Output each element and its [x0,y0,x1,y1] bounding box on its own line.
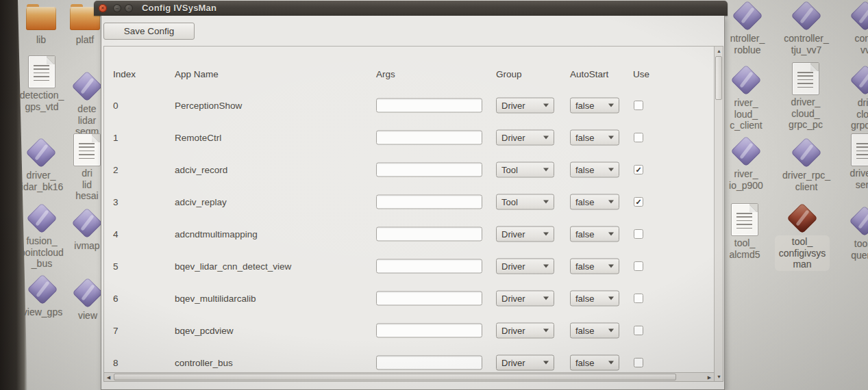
chevron-down-icon [543,200,549,203]
group-select[interactable]: Tool [496,161,554,177]
use-checkbox[interactable]: ✓ [634,197,643,207]
use-checkbox[interactable]: ✓ [634,165,643,174]
autostart-select[interactable]: false [570,354,619,370]
autostart-select[interactable]: false [570,194,619,209]
desktop-icon-label: ntroller_ roblue [730,33,765,55]
desktop-icon-label: view [78,310,97,322]
group-select[interactable]: Driver [496,129,554,145]
col-header-group: Group [496,69,522,79]
desktop-icon-label: controller_ tju_vv7 [784,33,828,55]
scroll-left-arrow[interactable]: ◀ [104,373,113,382]
save-config-button[interactable]: Save Config [103,23,195,40]
row-index: 3 [113,196,119,207]
args-input[interactable] [376,130,482,144]
close-button[interactable] [99,4,107,12]
chevron-down-icon [608,168,614,171]
table-row: 0 PerceptionShow Driver false [104,89,714,121]
args-input[interactable] [376,323,482,337]
app-diamond-icon [850,64,868,96]
group-select[interactable]: Driver [496,258,554,274]
row-index: 5 [113,261,119,271]
scroll-down-arrow[interactable]: ▼ [715,372,723,381]
use-checkbox[interactable] [634,101,643,110]
document-icon [792,62,819,95]
app-diamond-icon [732,0,763,31]
row-index: 8 [113,357,119,367]
args-input[interactable] [376,259,482,273]
chevron-down-icon [543,328,549,332]
args-input[interactable] [376,98,482,112]
chevron-down-icon [543,168,549,171]
use-checkbox[interactable] [634,133,643,142]
chevron-down-icon [608,264,614,268]
row-index: 1 [113,132,119,142]
row-app-name: RemoteCtrl [175,132,221,142]
row-app-name: controller_bus [175,357,233,367]
autostart-select[interactable]: false [570,258,619,274]
autostart-select[interactable]: false [570,290,619,306]
row-app-name: bqev_multilidarcalib [175,293,256,303]
row-app-name: bqev_lidar_cnn_detect_view [175,261,291,271]
args-input[interactable] [376,291,482,305]
autostart-select[interactable]: false [570,97,619,113]
group-select[interactable]: Driver [496,354,554,370]
desktop-icon[interactable]: driver_ serv [827,134,868,190]
chevron-down-icon [608,328,614,332]
row-index: 7 [113,325,119,335]
chevron-down-icon [608,361,614,364]
maximize-button[interactable] [125,4,133,12]
desktop-icon[interactable]: driv clou grpc_s [828,64,868,131]
chevron-down-icon [608,103,614,107]
col-header-index: Index [113,69,136,79]
desktop-icon-label: tool_ queryr [851,238,868,261]
app-diamond-red-icon [786,203,818,234]
autostart-select[interactable]: false [570,129,619,145]
desktop-icon[interactable]: contr vv [828,0,868,55]
row-index: 2 [113,164,119,174]
desktop-icon-label: tool_ alcmd5 [729,237,760,260]
scroll-up-arrow[interactable]: ▲ [715,47,723,55]
args-input[interactable] [376,226,482,241]
group-select[interactable]: Driver [496,322,554,338]
minimize-button[interactable] [113,4,121,12]
desktop-icon-label: river_ io_p900 [729,168,763,191]
desktop-icon-label: dete lidar segm [75,103,99,138]
autostart-select[interactable]: false [570,226,619,242]
autostart-select[interactable]: false [570,161,619,177]
app-diamond-icon [791,137,822,168]
use-checkbox[interactable] [634,326,643,335]
use-checkbox[interactable] [634,358,643,367]
table-row: 2 adciv_record Tool false ✓ [104,153,714,185]
desktop-icon-label: river_ loud_ c_client [730,97,762,131]
autostart-select[interactable]: false [570,322,619,338]
table-row: 1 RemoteCtrl Driver false [104,121,714,153]
col-header-args: Args [376,69,395,79]
use-checkbox[interactable] [634,261,643,271]
group-select[interactable]: Tool [496,194,554,209]
row-index: 6 [113,293,119,303]
use-checkbox[interactable] [634,294,643,303]
app-diamond-icon [791,0,822,31]
use-checkbox[interactable] [634,229,643,239]
desktop-icon[interactable]: tool_ queryr [827,205,868,261]
desktop-icon-label: driver_ cloud_ grpc_pc [789,96,823,131]
scroll-right-arrow[interactable]: ▶ [705,373,714,382]
desktop-icon-label: contr vv [854,33,868,55]
chevron-down-icon [543,232,549,235]
group-select[interactable]: Driver [496,290,554,306]
config-window: Save Config Index App Name Args Group Au… [101,16,725,390]
vertical-scrollbar-thumb[interactable] [715,56,722,100]
horizontal-scrollbar-thumb[interactable] [114,374,676,380]
args-input[interactable] [376,162,482,177]
chevron-down-icon [608,296,614,300]
row-index: 0 [113,100,119,110]
horizontal-scrollbar: ◀ ▶ [104,372,714,381]
args-input[interactable] [376,194,482,209]
group-select[interactable]: Driver [496,226,554,242]
row-app-name: adciv_replay [175,196,227,207]
app-diamond-icon [730,135,762,167]
args-input[interactable] [376,355,482,369]
window-titlebar[interactable]: Config IVSysMan [94,1,728,16]
window-title: Config IVSysMan [142,1,216,16]
group-select[interactable]: Driver [496,97,554,113]
